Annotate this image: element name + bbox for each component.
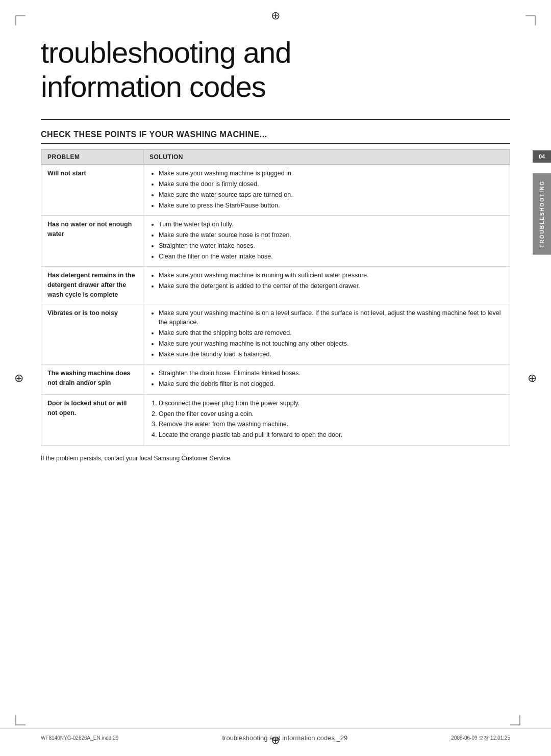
- solution-item: Make sure your washing machine is runnin…: [159, 271, 504, 280]
- solution-item: Clean the filter on the water intake hos…: [159, 252, 504, 262]
- page-title: troubleshooting and information codes: [41, 36, 510, 103]
- corner-mark-tl: [15, 15, 26, 25]
- solution-item: Disconnect the power plug from the power…: [159, 399, 504, 408]
- solution-item: Make sure the debris filter is not clogg…: [159, 379, 504, 389]
- solution-item: Make sure the water source hose is not f…: [159, 230, 504, 240]
- problem-cell: Has no water or not enough water: [41, 216, 143, 267]
- problem-cell: The washing machine does not drain and/o…: [41, 364, 143, 395]
- crosshair-top-icon: ⊕: [271, 9, 280, 22]
- table-row: Vibrates or is too noisyMake sure your w…: [41, 304, 510, 364]
- problem-cell: Will not start: [41, 165, 143, 216]
- solution-cell: Make sure your washing machine is plugge…: [143, 165, 510, 216]
- solution-item: Remove the water from the washing machin…: [159, 420, 504, 429]
- crosshair-left-icon: ⊕: [14, 372, 23, 385]
- table-row: Has detergent remains in the detergent d…: [41, 267, 510, 304]
- problem-cell: Has detergent remains in the detergent d…: [41, 267, 143, 304]
- side-tab-number: 04: [533, 150, 551, 163]
- solution-item: Turn the water tap on fully.: [159, 220, 504, 229]
- solution-item: Make sure the detergent is added to the …: [159, 281, 504, 291]
- solution-item: Make sure the water source taps are turn…: [159, 190, 504, 200]
- corner-mark-bl: [15, 715, 26, 725]
- col-header-problem: Problem: [41, 150, 143, 165]
- solution-item: Open the filter cover using a coin.: [159, 409, 504, 419]
- solution-item: Make sure your washing machine is plugge…: [159, 169, 504, 178]
- corner-mark-tr: [525, 15, 536, 25]
- crosshair-right-icon: ⊕: [528, 372, 537, 385]
- problem-cell: Door is locked shut or will not open.: [41, 394, 143, 445]
- solution-item: Make sure the laundry load is balanced.: [159, 350, 504, 359]
- solution-item: Locate the orange plastic tab and pull i…: [159, 430, 504, 440]
- table-row: Has no water or not enough waterTurn the…: [41, 216, 510, 267]
- footer-center: troubleshooting and information codes _2…: [222, 734, 347, 742]
- solution-item: Straighten the water intake hoses.: [159, 241, 504, 251]
- section-heading: Check These Points If Your Washing Machi…: [41, 130, 510, 144]
- page-title-line1: troubleshooting and: [41, 36, 291, 69]
- solution-cell: Make sure your washing machine is runnin…: [143, 267, 510, 304]
- solution-cell: Straighten the drain hose. Eliminate kin…: [143, 364, 510, 395]
- crosshair-bottom-icon: ⊕: [271, 734, 280, 747]
- trouble-table: Problem Solution Will not startMake sure…: [41, 149, 510, 446]
- footer-left: WF8140NYG-02626A_EN.indd 29: [41, 735, 118, 741]
- page-title-line2: information codes: [41, 70, 266, 103]
- table-row: Door is locked shut or will not open.Dis…: [41, 394, 510, 445]
- solution-item: Make sure your washing machine is on a l…: [159, 308, 504, 328]
- solution-item: Make sure your washing machine is not to…: [159, 339, 504, 349]
- title-divider: [41, 119, 510, 120]
- solution-item: Make sure the door is firmly closed.: [159, 179, 504, 189]
- solution-item: Make sure that the shipping bolts are re…: [159, 328, 504, 338]
- table-row: Will not startMake sure your washing mac…: [41, 165, 510, 216]
- solution-item: Straighten the drain hose. Eliminate kin…: [159, 369, 504, 378]
- side-tab-label: Troubleshooting: [533, 173, 551, 255]
- problem-cell: Vibrates or is too noisy: [41, 304, 143, 364]
- corner-mark-br: [510, 715, 520, 725]
- solution-cell: Disconnect the power plug from the power…: [143, 394, 510, 445]
- footer-right: 2008-06-09 오전 12:01:25: [451, 735, 510, 742]
- footnote: If the problem persists, contact your lo…: [41, 455, 510, 462]
- table-row: The washing machine does not drain and/o…: [41, 364, 510, 395]
- solution-cell: Turn the water tap on fully.Make sure th…: [143, 216, 510, 267]
- col-header-solution: Solution: [143, 150, 510, 165]
- solution-cell: Make sure your washing machine is on a l…: [143, 304, 510, 364]
- solution-item: Make sure to press the Start/Pause butto…: [159, 201, 504, 211]
- page: ⊕ ⊕ ⊕ 04 Troubleshooting troubleshooting…: [0, 0, 551, 756]
